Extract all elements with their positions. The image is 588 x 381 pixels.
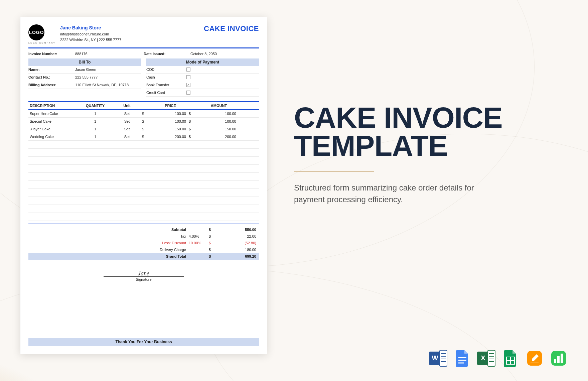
payment-mode-checkbox[interactable] (186, 91, 190, 95)
google-docs-icon[interactable] (453, 349, 472, 368)
company-email: info@bristleconefurniture.com (60, 31, 121, 37)
item-price: 100.00 (152, 119, 189, 123)
payment-mode-row: COD (146, 66, 259, 74)
line-item-row-empty (28, 141, 259, 149)
subtotal-label: Subtotal (28, 228, 189, 232)
line-item-row-empty (28, 205, 259, 213)
item-price: 200.00 (152, 135, 189, 139)
tax-rate: 4.00% (189, 234, 209, 238)
item-quantity: 1 (79, 112, 112, 116)
payment-mode-checkbox[interactable] (186, 68, 190, 72)
grand-total-label: Grand Total (28, 254, 189, 258)
line-item-row-empty (28, 213, 259, 221)
template-title-line1: CAKE INVOICE (294, 104, 568, 132)
item-description: 3 layer Cake (28, 127, 79, 131)
line-item-row: Wedding Cake 1 Set $ 200.00 $ 200.00 (28, 133, 259, 141)
svg-text:W: W (432, 354, 438, 362)
item-unit: Set (112, 119, 142, 123)
line-item-row-empty (28, 157, 259, 165)
signature-script: Jane (138, 270, 149, 277)
col-quantity: QUANTITY (79, 104, 112, 108)
line-item-row-empty (28, 165, 259, 173)
word-icon[interactable]: W (429, 349, 448, 368)
bill-to-name-label: Name: (28, 68, 75, 72)
payment-mode-row: Credit Card (146, 89, 259, 97)
svg-rect-12 (488, 350, 495, 366)
payment-mode-label: Credit Card (146, 91, 186, 95)
item-price: 100.00 (152, 112, 189, 116)
bill-to-header: Bill To (28, 58, 141, 66)
svg-rect-23 (554, 359, 556, 363)
invoice-number-label: Invoice Number: (28, 52, 75, 56)
payment-mode-checkbox[interactable] (186, 75, 190, 79)
delivery-value: 180.00 (219, 248, 259, 252)
pages-icon[interactable] (525, 349, 544, 368)
svg-rect-2 (440, 350, 447, 366)
subtotal-value: 550.00 (219, 228, 259, 232)
col-amount: AMOUNT (199, 104, 239, 108)
google-sheets-icon[interactable] (501, 349, 520, 368)
item-quantity: 1 (79, 135, 112, 139)
company-logo: LOGO LOGO COMPANY (28, 24, 55, 44)
discount-label: Less: Discount (28, 241, 189, 245)
logo-icon: LOGO (28, 24, 44, 40)
discount-value: (52.80) (219, 241, 259, 245)
footer-message: Thank You For Your Business (28, 338, 259, 346)
signature-label: Signature (28, 277, 259, 281)
item-unit: Set (112, 127, 142, 131)
item-description: Super Hero Cake (28, 112, 79, 116)
grand-total-value: 699.20 (219, 254, 259, 258)
payment-mode-row: Bank Transfer (146, 81, 259, 89)
logo-caption: LOGO COMPANY (28, 42, 55, 44)
col-description: DESCRIPTION (28, 104, 79, 108)
item-amount: 100.00 (199, 119, 239, 123)
invoice-number-value: 888176 (75, 52, 88, 56)
payment-mode-header: Mode of Payment (146, 58, 259, 66)
bill-to-contact-label: Contact No.: (28, 75, 75, 79)
currency-symbol: $ (209, 228, 219, 232)
svg-rect-24 (557, 356, 560, 363)
header-rule (28, 47, 259, 48)
item-quantity: 1 (79, 119, 112, 123)
template-title-line2: TEMPLATE (294, 132, 568, 160)
svg-rect-25 (561, 354, 563, 363)
item-description: Wedding Cake (28, 135, 79, 139)
col-price: PRICE (152, 104, 189, 108)
payment-mode-row: Cash (146, 74, 259, 81)
line-item-row: Super Hero Cake 1 Set $ 100.00 $ 100.00 (28, 110, 259, 118)
payment-mode-label: Bank Transfer (146, 83, 186, 87)
payment-mode-checkbox[interactable] (186, 83, 190, 87)
item-price: 150.00 (152, 127, 189, 131)
item-description: Special Cake (28, 119, 79, 123)
numbers-icon[interactable] (549, 349, 568, 368)
line-item-row-empty (28, 197, 259, 205)
svg-text:X: X (481, 354, 485, 362)
tax-value: 22.00 (219, 234, 259, 238)
item-amount: 150.00 (199, 127, 239, 131)
date-issued-value: October 8, 2050 (190, 52, 217, 56)
item-quantity: 1 (79, 127, 112, 131)
payment-mode-label: COD (146, 68, 186, 72)
item-unit: Set (112, 135, 142, 139)
signature-line: Jane (104, 276, 184, 277)
company-address: 2222 Willshire St., NY | 222 555 7777 (60, 37, 121, 43)
excel-icon[interactable]: X (477, 349, 496, 368)
item-amount: 100.00 (199, 112, 239, 116)
line-item-row-empty (28, 149, 259, 157)
title-divider (294, 171, 374, 172)
delivery-label: Delivery Charge (28, 248, 189, 252)
line-item-row: Special Cake 1 Set $ 100.00 $ 100.00 (28, 118, 259, 125)
date-issued-label: Date Issued: (144, 52, 190, 56)
tax-label: Tax (28, 234, 189, 238)
line-item-row-empty (28, 173, 259, 181)
invoice-document: LOGO LOGO COMPANY Jane Baking Store info… (20, 17, 267, 354)
col-unit: Unit (112, 104, 142, 108)
item-amount: 200.00 (199, 135, 239, 139)
bill-to-address-label: Billing Address: (28, 83, 75, 87)
document-title: CAKE INVOICE (204, 24, 259, 33)
bill-to-address-value: 110 Elliott St Newark, DE, 19713 (75, 83, 129, 87)
line-item-row: 3 layer Cake 1 Set $ 150.00 $ 150.00 (28, 125, 259, 133)
company-name: Jane Baking Store (60, 24, 121, 31)
line-item-row-empty (28, 189, 259, 197)
bill-to-name-value: Jason Green (75, 68, 96, 72)
